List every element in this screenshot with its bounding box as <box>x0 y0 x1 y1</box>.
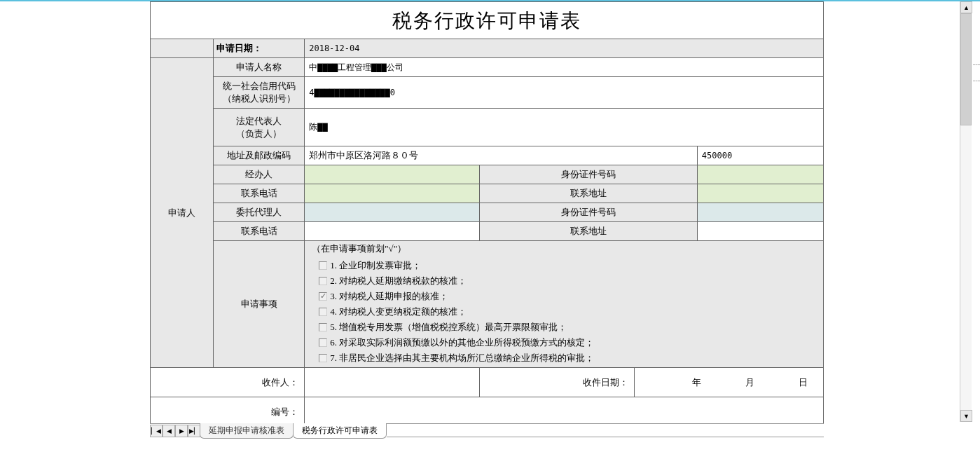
day-char: 日 <box>799 377 808 388</box>
matter-checkbox[interactable] <box>319 354 327 362</box>
uscc-value: 4▇▇▇▇▇▇▇▇▇▇▇▇▇▇▇0 <box>305 77 824 109</box>
address-row: 地址及邮政编码 郑州市中原区洛河路８０号 450000 <box>151 146 824 165</box>
month-char: 月 <box>745 377 754 388</box>
agent-value[interactable] <box>305 203 480 222</box>
matter-text: 3. 对纳税人延期申报的核准； <box>330 291 448 301</box>
legal-rep-row: 法定代表人 （负责人） 陈▇▇ <box>151 109 824 146</box>
recv-date-label: 收件日期： <box>480 368 634 397</box>
year-char: 年 <box>692 377 701 388</box>
agent-id-label: 身份证件号码 <box>480 203 697 222</box>
legal-label-a: 法定代表人 <box>236 116 282 126</box>
applicant-section-label: 申请人 <box>151 58 214 368</box>
sheet-tabs-strip: ▏◀ ◀ ▶ ▶▏ 延期申报申请核准表 税务行政许可申请表 <box>150 423 824 437</box>
recv-date-slots: 年 月 日 <box>634 368 823 397</box>
name-value: 中▇▇▇▇工程管理▇▇▇公司 <box>305 58 824 77</box>
viewport: 税务行政许可申请表 申请日期： 2018-12-04 申请人 申请人名称 中▇▇ <box>0 0 980 452</box>
vertical-scrollbar[interactable]: ▲ ▼ <box>960 1 972 422</box>
handler-value[interactable] <box>305 165 480 184</box>
serial-row: 编号： <box>151 397 824 427</box>
apply-date-row: 申请日期： 2018-12-04 <box>151 39 824 58</box>
agent-phone-value[interactable] <box>305 222 480 241</box>
tabs-trail <box>387 425 824 437</box>
matter-checkbox[interactable] <box>319 261 327 270</box>
matter-item: 6. 对采取实际利润额预缴以外的其他企业所得税预缴方式的核定； <box>312 335 823 350</box>
id-label: 身份证件号码 <box>480 165 697 184</box>
phone-value[interactable] <box>305 184 480 203</box>
matter-text: 6. 对采取实际利润额预缴以外的其他企业所得税预缴方式的核定； <box>330 337 594 348</box>
matters-row: 申请事项 （在申请事项前划"√"） 1. 企业印制发票审批；2. 对纳税人延期缴… <box>151 241 824 368</box>
tab-nav-last-icon[interactable]: ▶▏ <box>188 425 200 437</box>
agent-contact-row: 联系电话 联系地址 <box>151 222 824 241</box>
tab-nav-first-icon[interactable]: ▏◀ <box>150 425 163 437</box>
agent-phone-label: 联系电话 <box>214 222 305 241</box>
matters-note: （在申请事项前划"√"） <box>305 241 823 256</box>
legal-label-b: （负责人） <box>236 128 282 139</box>
tab-nav-prev-icon[interactable]: ◀ <box>163 425 175 437</box>
matter-item: 2. 对纳税人延期缴纳税款的核准； <box>312 273 823 289</box>
handler-row: 经办人 身份证件号码 <box>151 165 824 184</box>
matter-item: 1. 企业印制发票审批； <box>312 258 823 273</box>
uscc-label: 统一社会信用代码（纳税人识别号） <box>214 77 305 109</box>
scroll-track[interactable] <box>960 13 972 410</box>
matter-checkbox[interactable] <box>319 277 327 285</box>
handler-label: 经办人 <box>214 165 305 184</box>
matter-text: 7. 非居民企业选择由其主要机构场所汇总缴纳企业所得税的审批； <box>330 352 594 363</box>
matter-checkbox[interactable] <box>319 292 327 301</box>
uscc-row: 统一社会信用代码（纳税人识别号） 4▇▇▇▇▇▇▇▇▇▇▇▇▇▇▇0 <box>151 77 824 109</box>
matter-item: 5. 增值税专用发票（增值税税控系统）最高开票限额审批； <box>312 320 823 335</box>
matter-item: 7. 非居民企业选择由其主要机构场所汇总缴纳企业所得税的审批； <box>312 350 823 366</box>
agent-addr-label: 联系地址 <box>480 222 697 241</box>
matters-cell: （在申请事项前划"√"） 1. 企业印制发票审批；2. 对纳税人延期缴纳税款的核… <box>305 241 824 368</box>
scroll-up-icon[interactable]: ▲ <box>960 1 972 13</box>
matter-checkbox[interactable] <box>319 308 327 316</box>
addr-label: 地址及邮政编码 <box>214 146 305 165</box>
apply-date-value: 2018-12-04 <box>305 39 824 58</box>
postcode-value: 450000 <box>697 146 823 165</box>
name-label: 申请人名称 <box>214 58 305 77</box>
scroll-thumb[interactable] <box>960 13 972 125</box>
form-title: 税务行政许可申请表 <box>150 1 824 39</box>
receiver-row: 收件人： 收件日期： 年 月 日 <box>151 368 824 397</box>
matter-checkbox[interactable] <box>319 323 327 331</box>
agent-id-value[interactable] <box>697 203 823 222</box>
agent-addr-value[interactable] <box>697 222 823 241</box>
serial-value[interactable] <box>305 397 824 427</box>
serial-label: 编号： <box>151 397 305 427</box>
form-table: 申请日期： 2018-12-04 申请人 申请人名称 中▇▇▇▇工程管理▇▇▇公… <box>150 39 824 427</box>
contact-addr-label: 联系地址 <box>480 184 697 203</box>
contact-row: 联系电话 联系地址 <box>151 184 824 203</box>
applicant-name-row: 申请人 申请人名称 中▇▇▇▇工程管理▇▇▇公司 <box>151 58 824 77</box>
phone-label: 联系电话 <box>214 184 305 203</box>
apply-date-label: 申请日期： <box>216 43 262 53</box>
scroll-down-icon[interactable]: ▼ <box>960 410 972 422</box>
legal-label: 法定代表人 （负责人） <box>214 109 305 146</box>
side-marker <box>973 64 980 81</box>
receiver-value[interactable] <box>305 368 480 397</box>
form-document: 税务行政许可申请表 申请日期： 2018-12-04 申请人 申请人名称 中▇▇ <box>150 1 824 427</box>
matter-item: 4. 对纳税人变更纳税定额的核准； <box>312 304 823 320</box>
tab-nav-next-icon[interactable]: ▶ <box>175 425 188 437</box>
matter-checkbox[interactable] <box>319 338 327 347</box>
sheet-tab-2[interactable]: 税务行政许可申请表 <box>293 423 387 439</box>
sheet-tab-1[interactable]: 延期申报申请核准表 <box>200 423 294 439</box>
agent-row: 委托代理人 身份证件号码 <box>151 203 824 222</box>
contact-addr-value[interactable] <box>697 184 823 203</box>
id-value[interactable] <box>697 165 823 184</box>
addr-value: 郑州市中原区洛河路８０号 <box>305 146 698 165</box>
matters-list: 1. 企业印制发票审批；2. 对纳税人延期缴纳税款的核准；3. 对纳税人延期申报… <box>305 256 823 367</box>
legal-value: 陈▇▇ <box>305 109 824 146</box>
matter-text: 1. 企业印制发票审批； <box>330 260 421 270</box>
receiver-label: 收件人： <box>151 368 305 397</box>
matter-item: 3. 对纳税人延期申报的核准； <box>312 289 823 304</box>
matter-text: 4. 对纳税人变更纳税定额的核准； <box>330 306 467 317</box>
matters-section-label: 申请事项 <box>214 241 305 368</box>
matter-text: 2. 对纳税人延期缴纳税款的核准； <box>330 275 467 286</box>
agent-label: 委托代理人 <box>214 203 305 222</box>
matter-text: 5. 增值税专用发票（增值税税控系统）最高开票限额审批； <box>330 322 567 332</box>
